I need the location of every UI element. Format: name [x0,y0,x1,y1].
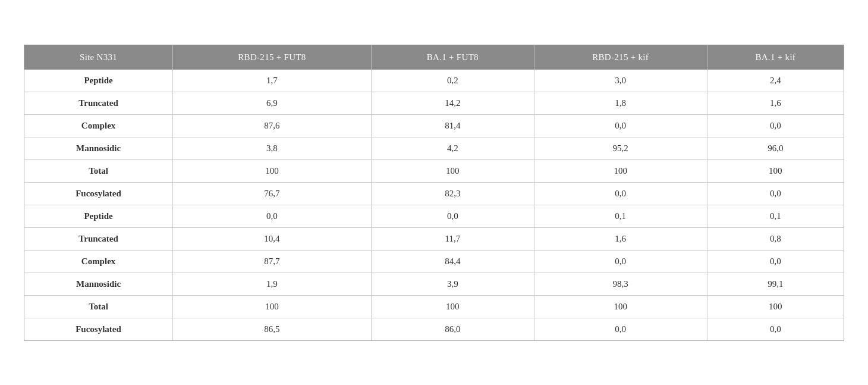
cell-value: 0,0 [534,318,707,340]
cell-value: 0,0 [534,250,707,273]
cell-value: 0,8 [707,227,844,250]
column-header-4: BA.1 + kif [707,45,844,70]
cell-value: 1,6 [707,92,844,114]
cell-value: 11,7 [371,227,534,250]
table-row: Complex87,784,40,00,0 [24,250,844,273]
cell-value: 0,0 [707,318,844,340]
cell-value: 1,8 [534,92,707,114]
cell-value: 100 [534,159,707,182]
cell-value: 0,1 [534,205,707,227]
cell-value: 81,4 [371,114,534,137]
cell-value: 3,0 [534,70,707,92]
cell-value: 4,2 [371,137,534,159]
table-row: Fucosylated86,586,00,00,0 [24,318,844,340]
cell-value: 1,9 [173,273,372,295]
cell-value: 100 [371,295,534,318]
cell-value: 10,4 [173,227,372,250]
cell-value: 100 [173,295,372,318]
row-label: Peptide [24,205,173,227]
table-row: Peptide1,70,23,02,4 [24,70,844,92]
row-label: Fucosylated [24,318,173,340]
table-row: Mannosidic3,84,295,296,0 [24,137,844,159]
cell-value: 0,0 [707,114,844,137]
cell-value: 0,0 [707,182,844,205]
cell-value: 100 [173,159,372,182]
cell-value: 0,0 [173,205,372,227]
cell-value: 2,4 [707,70,844,92]
cell-value: 0,0 [534,114,707,137]
cell-value: 0,1 [707,205,844,227]
cell-value: 0,2 [371,70,534,92]
cell-value: 1,6 [534,227,707,250]
row-label: Complex [24,114,173,137]
column-header-3: RBD-215 + kif [534,45,707,70]
column-header-1: RBD-215 + FUT8 [173,45,372,70]
cell-value: 3,8 [173,137,372,159]
cell-value: 0,0 [707,250,844,273]
cell-value: 14,2 [371,92,534,114]
cell-value: 100 [707,159,844,182]
cell-value: 86,5 [173,318,372,340]
column-header-0: Site N331 [24,45,173,70]
cell-value: 3,9 [371,273,534,295]
cell-value: 100 [707,295,844,318]
table-row: Truncated6,914,21,81,6 [24,92,844,114]
table-row: Peptide0,00,00,10,1 [24,205,844,227]
cell-value: 0,0 [371,205,534,227]
cell-value: 95,2 [534,137,707,159]
row-label: Truncated [24,227,173,250]
cell-value: 87,7 [173,250,372,273]
cell-value: 96,0 [707,137,844,159]
row-label: Total [24,159,173,182]
cell-value: 100 [371,159,534,182]
row-label: Truncated [24,92,173,114]
table-row: Mannosidic1,93,998,399,1 [24,273,844,295]
table-row: Fucosylated76,782,30,00,0 [24,182,844,205]
table-row: Total100100100100 [24,159,844,182]
column-header-2: BA.1 + FUT8 [371,45,534,70]
row-label: Complex [24,250,173,273]
table-header-row: Site N331RBD-215 + FUT8BA.1 + FUT8RBD-21… [24,45,844,70]
cell-value: 100 [534,295,707,318]
row-label: Mannosidic [24,137,173,159]
cell-value: 87,6 [173,114,372,137]
data-table: Site N331RBD-215 + FUT8BA.1 + FUT8RBD-21… [24,45,844,341]
cell-value: 99,1 [707,273,844,295]
cell-value: 1,7 [173,70,372,92]
table-row: Complex87,681,40,00,0 [24,114,844,137]
cell-value: 84,4 [371,250,534,273]
table-row: Truncated10,411,71,60,8 [24,227,844,250]
cell-value: 0,0 [534,182,707,205]
row-label: Fucosylated [24,182,173,205]
table-row: Total100100100100 [24,295,844,318]
row-label: Total [24,295,173,318]
cell-value: 76,7 [173,182,372,205]
cell-value: 98,3 [534,273,707,295]
row-label: Mannosidic [24,273,173,295]
cell-value: 82,3 [371,182,534,205]
cell-value: 86,0 [371,318,534,340]
cell-value: 6,9 [173,92,372,114]
row-label: Peptide [24,70,173,92]
